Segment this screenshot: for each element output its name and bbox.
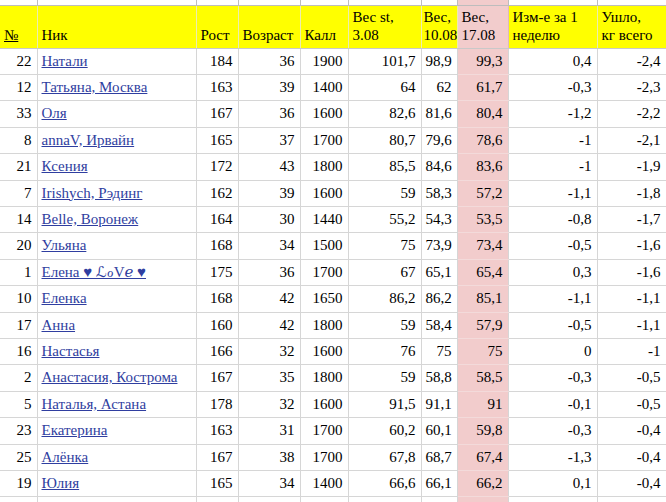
cell-w_start[interactable]: 75 xyxy=(348,233,421,259)
cell-height[interactable]: 165 xyxy=(196,471,238,497)
cell-w_1708[interactable]: 78,6 xyxy=(457,127,508,153)
cell-w_1008[interactable]: 60,1 xyxy=(421,418,457,444)
cell-w_start[interactable]: 86,2 xyxy=(348,286,421,312)
cell-nick[interactable]: Наталья, Астана xyxy=(37,391,196,417)
cell-w_1708[interactable]: 58,5 xyxy=(457,365,508,391)
cell-num[interactable]: 33 xyxy=(0,101,37,127)
cell-total[interactable]: -1 xyxy=(597,338,666,364)
cell-w_1708[interactable]: 53,5 xyxy=(457,206,508,232)
cell-total[interactable]: -1,6 xyxy=(597,233,666,259)
cell-w_1708[interactable]: 59,8 xyxy=(457,418,508,444)
cell-age[interactable]: 32 xyxy=(238,391,300,417)
cell-w_start[interactable]: 101,7 xyxy=(348,48,421,74)
cell-nick[interactable]: Юлия xyxy=(37,471,196,497)
cell-height[interactable]: 167 xyxy=(196,444,238,470)
nick-link[interactable]: Елена ♥ ℒℴVℯ ♥ xyxy=(42,264,147,280)
cell-nick[interactable]: Анна xyxy=(37,312,196,338)
cell-w_1708[interactable]: 83,6 xyxy=(457,154,508,180)
cell-cal[interactable]: 1800 xyxy=(300,154,348,180)
cell-num[interactable]: 23 xyxy=(0,418,37,444)
cell-w_1708[interactable]: 75 xyxy=(457,338,508,364)
cell-change[interactable]: -0,5 xyxy=(508,312,597,338)
cell-change[interactable]: -0,1 xyxy=(508,391,597,417)
cell-age[interactable]: 32 xyxy=(238,338,300,364)
cell-nick[interactable]: Irishych, Рэдинг xyxy=(37,180,196,206)
cell-height[interactable]: 168 xyxy=(196,286,238,312)
cell-w_start[interactable]: 64 xyxy=(348,74,421,100)
cell-height[interactable]: 166 xyxy=(196,338,238,364)
cell-w_1708[interactable]: 66,2 xyxy=(457,471,508,497)
cell-w_start[interactable]: 55,2 xyxy=(348,206,421,232)
cell-cal[interactable]: 1650 xyxy=(300,286,348,312)
cell-nick[interactable]: Еленка xyxy=(37,286,196,312)
cell-height[interactable]: 168 xyxy=(196,233,238,259)
cell-w_1008[interactable]: 68,7 xyxy=(421,444,457,470)
cell-age[interactable]: 36 xyxy=(238,48,300,74)
cell-cal[interactable]: 1800 xyxy=(300,365,348,391)
cell-change[interactable]: -0,5 xyxy=(508,233,597,259)
cell-cal[interactable]: 1700 xyxy=(300,418,348,444)
cell-height[interactable]: 163 xyxy=(196,74,238,100)
cell-total[interactable]: -1,7 xyxy=(597,206,666,232)
cell-age[interactable]: 35 xyxy=(238,365,300,391)
cell-num[interactable]: 21 xyxy=(0,154,37,180)
cell-height[interactable]: 160 xyxy=(196,312,238,338)
cell-w_1008[interactable]: 98,9 xyxy=(421,48,457,74)
nick-link[interactable]: Ксения xyxy=(42,158,88,174)
cell-change[interactable]: 0,3 xyxy=(508,259,597,285)
cell-change[interactable]: -1,1 xyxy=(508,286,597,312)
cell-height[interactable]: 184 xyxy=(196,48,238,74)
cell-nick[interactable]: Елена ♥ ℒℴVℯ ♥ xyxy=(37,259,196,285)
cell-cal[interactable]: 1700 xyxy=(300,259,348,285)
cell-nick[interactable]: Татьяна, Москва xyxy=(37,74,196,100)
cell-cal[interactable]: 1800 xyxy=(300,312,348,338)
cell-w_1008[interactable]: 86,2 xyxy=(421,286,457,312)
cell-w_1708[interactable]: 67,4 xyxy=(457,444,508,470)
cell-cal[interactable]: 1600 xyxy=(300,101,348,127)
cell-w_1708[interactable]: 57,2 xyxy=(457,180,508,206)
cell-w_1708[interactable]: 80,4 xyxy=(457,101,508,127)
cell-nick[interactable]: Натали xyxy=(37,48,196,74)
cell-w_1008[interactable]: 58,4 xyxy=(421,312,457,338)
cell-cal[interactable]: 1500 xyxy=(300,233,348,259)
cell-change[interactable]: 0,4 xyxy=(508,48,597,74)
cell-w_1708[interactable]: 65,4 xyxy=(457,259,508,285)
cell-w_start[interactable]: 91,5 xyxy=(348,391,421,417)
cell-num[interactable]: 5 xyxy=(0,391,37,417)
cell-cal[interactable]: 1400 xyxy=(300,74,348,100)
cell-w_start[interactable]: 66,6 xyxy=(348,471,421,497)
cell-w_1708[interactable]: 99,3 xyxy=(457,48,508,74)
cell-age[interactable]: 39 xyxy=(238,180,300,206)
cell-height[interactable]: 167 xyxy=(196,365,238,391)
cell-num[interactable]: 19 xyxy=(0,471,37,497)
nick-link[interactable]: Irishych, Рэдинг xyxy=(42,185,143,201)
cell-nick[interactable]: Екатерина xyxy=(37,418,196,444)
nick-link[interactable]: Еленка xyxy=(42,290,87,306)
col-header-age[interactable]: Возраст xyxy=(238,5,300,48)
cell-nick[interactable]: Ульяна xyxy=(37,233,196,259)
col-header-weight-start[interactable]: Вес st, 3.08 xyxy=(348,5,421,48)
col-header-nick[interactable]: Ник xyxy=(37,5,196,48)
cell-total[interactable]: -1,6 xyxy=(597,259,666,285)
cell-total[interactable]: -0,5 xyxy=(597,391,666,417)
cell-num[interactable]: 25 xyxy=(0,444,37,470)
cell-num[interactable]: 7 xyxy=(0,180,37,206)
cell-age[interactable]: 34 xyxy=(238,471,300,497)
cell-w_1008[interactable]: 58,3 xyxy=(421,180,457,206)
cell-w_start[interactable]: 67,8 xyxy=(348,444,421,470)
cell-num[interactable]: 16 xyxy=(0,338,37,364)
cell-w_1008[interactable]: 79,6 xyxy=(421,127,457,153)
nick-link[interactable]: Татьяна, Москва xyxy=(42,79,148,95)
cell-w_start[interactable]: 82,6 xyxy=(348,101,421,127)
cell-w_start[interactable]: 59 xyxy=(348,365,421,391)
cell-num[interactable]: 12 xyxy=(0,74,37,100)
nick-link[interactable]: Натали xyxy=(42,53,88,69)
cell-change[interactable]: -1 xyxy=(508,154,597,180)
col-header-num[interactable]: № xyxy=(0,5,37,48)
cell-w_1008[interactable]: 62 xyxy=(421,74,457,100)
cell-change[interactable]: -0,8 xyxy=(508,206,597,232)
cell-age[interactable]: 43 xyxy=(238,154,300,180)
cell-w_1708[interactable]: 61,7 xyxy=(457,74,508,100)
cell-num[interactable]: 14 xyxy=(0,206,37,232)
col-header-weight-1708[interactable]: Вес, 17.08 xyxy=(457,5,508,48)
